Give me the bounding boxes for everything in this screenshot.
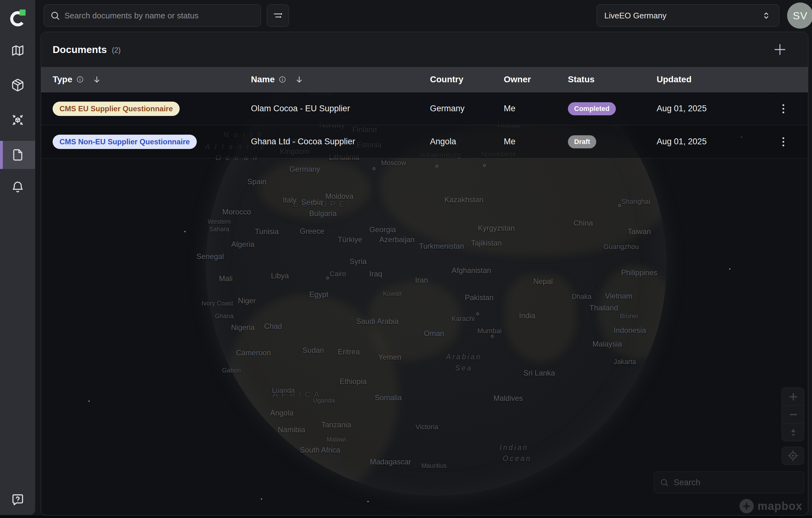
- map-label: Azerbaijan: [379, 235, 414, 244]
- map-label: Uganda: [313, 397, 335, 404]
- zoom-out-button[interactable]: [782, 406, 804, 423]
- avatar[interactable]: SV: [787, 2, 812, 29]
- map-label: Sri Lanka: [523, 369, 555, 377]
- star-speck: [729, 268, 730, 270]
- liveeo-logo[interactable]: [0, 7, 35, 29]
- map-label: Kazakhstan: [444, 195, 483, 204]
- document-updated: Aug 01, 2025: [657, 104, 776, 113]
- map-label: Namibia: [278, 426, 305, 434]
- documents-header: Documents (2): [41, 32, 808, 67]
- row-actions-menu-button[interactable]: [776, 100, 791, 118]
- package-icon: [11, 78, 25, 92]
- document-country: Germany: [430, 104, 504, 113]
- sidebar-item-notifications[interactable]: [0, 173, 35, 201]
- column-header-status: Status: [568, 75, 657, 84]
- document-name: Olam Cocoa - EU Supplier: [251, 104, 430, 113]
- map-label: Syria: [350, 257, 367, 266]
- info-icon[interactable]: [76, 76, 84, 84]
- map-label: Kyrgyzstan: [478, 224, 515, 233]
- map-label: Saudi Arabia: [356, 317, 399, 326]
- document-type-badge: CMS Non-EU Supplier Questionnaire: [53, 135, 197, 149]
- map-label: India: [519, 311, 535, 320]
- filter-icon: [272, 10, 284, 21]
- landmass-india: [505, 275, 576, 362]
- map-label: Shanghai: [621, 198, 650, 206]
- map-label: Ethiopia: [340, 377, 367, 386]
- document-search-input[interactable]: [64, 11, 254, 21]
- document-search-box[interactable]: [44, 4, 261, 27]
- mapbox-logo-icon: [739, 498, 754, 514]
- chevron-up-down-icon: [761, 10, 772, 21]
- organization-selector[interactable]: LiveEO Germany: [597, 4, 779, 27]
- table-row[interactable]: CMS EU Supplier Questionnaire Olam Cocoa…: [41, 92, 808, 125]
- search-icon: [660, 478, 669, 487]
- organization-selected-value: LiveEO Germany: [604, 11, 761, 21]
- map-label: Karachi: [452, 315, 475, 323]
- geolocate-button[interactable]: [782, 446, 804, 465]
- map-label: Nepal: [533, 277, 553, 286]
- map-city-marker: [483, 164, 486, 167]
- map-label: Chad: [264, 322, 282, 331]
- converge-icon: [11, 113, 25, 127]
- map-label: Indonesia: [614, 326, 646, 335]
- plus-icon: [788, 391, 799, 402]
- zoom-in-button[interactable]: [782, 388, 804, 406]
- map-label: Bulgaria: [309, 209, 337, 218]
- sidebar-item-documents[interactable]: [0, 141, 35, 169]
- map-label: Luanda: [272, 386, 294, 394]
- info-icon[interactable]: [278, 76, 286, 84]
- map-label: Niger: [238, 296, 256, 305]
- map-label: Serbia: [301, 198, 323, 207]
- map-label: Somalia: [375, 393, 402, 402]
- filter-button[interactable]: [267, 4, 289, 27]
- sidebar-item-converge[interactable]: [0, 106, 35, 134]
- map-label: Dhaka: [572, 293, 591, 301]
- map-label: Germany: [290, 165, 320, 173]
- column-header-owner: Owner: [504, 75, 568, 84]
- map-label: Philippines: [621, 268, 657, 277]
- geolocate-icon: [787, 450, 799, 462]
- sidebar-item-package[interactable]: [0, 71, 35, 99]
- map-city-marker: [476, 312, 479, 316]
- sidebar-item-map[interactable]: [0, 36, 35, 64]
- map-label: Moscow: [381, 159, 406, 167]
- map-zoom-controls: [782, 387, 804, 441]
- map-label: Thailand: [589, 304, 618, 312]
- row-actions-menu-button[interactable]: [776, 133, 791, 151]
- app-root: GreenlandIcelandNorwayFinlandRussiaUnite…: [0, 0, 812, 518]
- map-label: Moldova: [325, 192, 354, 201]
- document-name: Ghana Ltd - Cocoa Supplier: [251, 137, 430, 146]
- star-speck: [184, 231, 185, 232]
- column-header-country: Country: [430, 75, 504, 84]
- map-label: Georgia: [369, 225, 396, 234]
- plus-icon: [773, 42, 787, 57]
- map-label: Mauritius: [421, 462, 446, 469]
- map-label: Algeria: [231, 240, 255, 249]
- map-label: Senegal: [197, 252, 224, 261]
- map-label: Madagascar: [370, 458, 411, 466]
- mapbox-attribution[interactable]: mapbox: [739, 498, 802, 514]
- pitch-toggle-button[interactable]: [782, 423, 804, 441]
- map-label: Sudan: [302, 346, 324, 355]
- star-speck: [261, 498, 262, 500]
- sort-descending-icon[interactable]: [294, 75, 304, 84]
- document-type-badge: CMS EU Supplier Questionnaire: [53, 102, 180, 116]
- table-row[interactable]: CMS Non-EU Supplier Questionnaire Ghana …: [41, 125, 808, 158]
- map-label: Vietnam: [605, 292, 632, 300]
- sidebar-item-help[interactable]: [0, 486, 35, 514]
- map-city-marker: [618, 204, 621, 207]
- map-label: Kuwait: [383, 290, 402, 297]
- map-icon: [11, 44, 25, 57]
- map-label: Guangzhou: [603, 243, 639, 251]
- status-badge: Draft: [568, 135, 596, 148]
- map-label: South Africa: [300, 446, 340, 455]
- map-search-box[interactable]: [654, 471, 804, 493]
- column-header-name: Name: [251, 75, 430, 84]
- map-search-input[interactable]: [674, 478, 798, 487]
- add-document-button[interactable]: [772, 42, 788, 57]
- bell-icon: [11, 180, 25, 194]
- sort-descending-icon[interactable]: [92, 75, 102, 84]
- map-city-marker: [373, 167, 376, 170]
- avatar-initials: SV: [793, 10, 807, 22]
- map-label: Libya: [271, 271, 289, 280]
